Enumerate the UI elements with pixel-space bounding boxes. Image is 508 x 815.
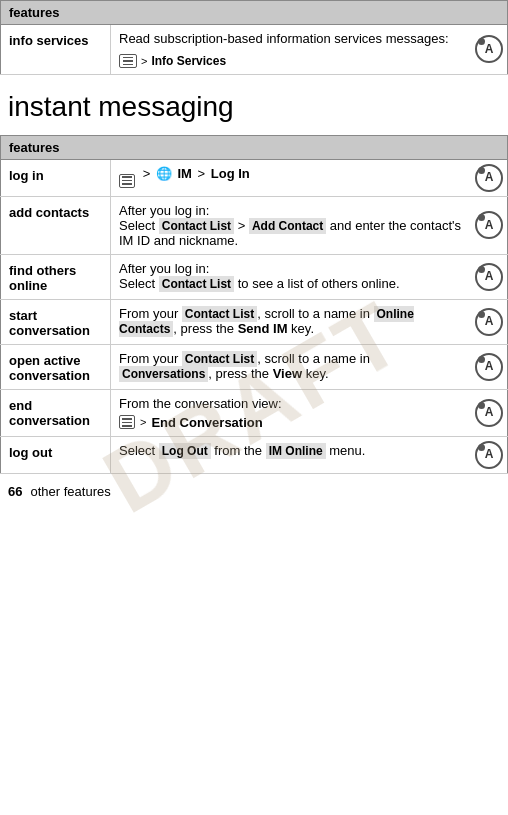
view-highlight: View xyxy=(273,366,302,381)
feature-label-end-conversation: end conversation xyxy=(1,389,111,436)
icon-a-label: A xyxy=(485,313,494,330)
menu-line xyxy=(123,57,133,59)
feature-icon-start-conversation: A xyxy=(475,308,503,336)
nav-arrow-im: > xyxy=(198,166,206,181)
icon-a-label: A xyxy=(485,268,494,285)
contact-list-open-highlight: Contact List xyxy=(182,351,257,367)
feature-icon-open-conversation: A xyxy=(475,353,503,381)
table-row-end-conversation: end conversation From the conversation v… xyxy=(1,389,508,436)
icon-cell-end-conversation: A xyxy=(471,389,508,436)
section-heading-instant-messaging: instant messaging xyxy=(0,75,508,135)
menu-line xyxy=(123,64,133,66)
menu-line xyxy=(122,425,132,427)
conversations-highlight: Conversations xyxy=(119,366,208,382)
nav-label-info-services: Info Services xyxy=(151,54,226,68)
table-row-open-conversation: open active conversation From your Conta… xyxy=(1,344,508,389)
menu-line xyxy=(122,422,132,424)
menu-icon xyxy=(119,54,137,68)
icon-cell-log-out: A xyxy=(471,436,508,473)
icon-a-label: A xyxy=(485,358,494,375)
bottom-features-table: features log in > xyxy=(0,135,508,474)
nav-arrow-end-conv: > xyxy=(140,416,146,428)
top-features-table: features info services Read subscription… xyxy=(0,0,508,75)
end-conversation-nav: > End Conversation xyxy=(119,415,463,430)
bottom-table-header: features xyxy=(1,135,508,159)
feature-desc-start-conversation: From your Contact List, scroll to a name… xyxy=(111,299,472,344)
icon-cell-find-others: A xyxy=(471,254,508,299)
icon-cell-start-conversation: A xyxy=(471,299,508,344)
feature-label-start-conversation: start conversation xyxy=(1,299,111,344)
icon-a-label: A xyxy=(485,169,494,186)
footer-page-number: 66 xyxy=(8,484,22,499)
nav-label-log-in: Log In xyxy=(211,166,250,181)
icon-cell-info-services: A xyxy=(471,25,508,75)
icon-a-label: A xyxy=(485,217,494,234)
desc-line1-add-contacts: After you log in: xyxy=(119,203,209,218)
footer-label: other features xyxy=(30,484,110,499)
table-row-add-contacts: add contacts After you log in: Select Co… xyxy=(1,196,508,254)
send-im-highlight: Send IM xyxy=(238,321,288,336)
nav-arrow-login: > xyxy=(143,166,151,181)
contact-list-start-highlight: Contact List xyxy=(182,306,257,322)
table-row-log-in: log in > 🌐 IM > Log I xyxy=(1,159,508,196)
feature-desc-log-in: > 🌐 IM > Log In xyxy=(111,159,472,196)
menu-icon-end-conv xyxy=(119,415,135,429)
icon-dot xyxy=(478,266,485,273)
icon-a-label: A xyxy=(485,404,494,421)
feature-icon-end-conversation: A xyxy=(475,399,503,427)
contact-list-highlight: Contact List xyxy=(159,218,234,234)
icon-cell-open-conversation: A xyxy=(471,344,508,389)
desc-line2-add-contacts: Select Contact List > Add Contact and en… xyxy=(119,218,461,248)
add-contact-highlight: Add Contact xyxy=(249,218,326,234)
feature-desc-info-services: Read subscription-based information serv… xyxy=(111,25,472,75)
log-out-highlight: Log Out xyxy=(159,443,211,459)
menu-line xyxy=(122,183,132,185)
desc-line2-find-others: Select Contact List to see a list of oth… xyxy=(119,276,400,291)
im-online-highlight: IM Online xyxy=(266,443,326,459)
menu-icon-lines-end-conv xyxy=(122,418,132,427)
feature-desc-open-conversation: From your Contact List, scroll to a name… xyxy=(111,344,472,389)
table-row: info services Read subscription-based in… xyxy=(1,25,508,75)
icon-dot xyxy=(478,311,485,318)
table-row-find-others: find others online After you log in: Sel… xyxy=(1,254,508,299)
feature-desc-find-others: After you log in: Select Contact List to… xyxy=(111,254,472,299)
feature-desc-add-contacts: After you log in: Select Contact List > … xyxy=(111,196,472,254)
end-conversation-label: End Conversation xyxy=(151,415,262,430)
icon-cell-add-contacts: A xyxy=(471,196,508,254)
feature-label-add-contacts: add contacts xyxy=(1,196,111,254)
feature-icon-find-others: A xyxy=(475,263,503,291)
icon-a-label: A xyxy=(485,41,494,58)
feature-desc-log-out: Select Log Out from the IM Online menu. xyxy=(111,436,472,473)
menu-line xyxy=(122,180,132,182)
feature-label-log-in: log in xyxy=(1,159,111,196)
feature-label-info-services: info services xyxy=(1,25,111,75)
nav-arrow: > xyxy=(141,55,147,67)
feature-label-open-conversation: open active conversation xyxy=(1,344,111,389)
menu-icon-lines-login xyxy=(122,176,132,185)
icon-cell-log-in: A xyxy=(471,159,508,196)
nav-label-im: IM xyxy=(177,166,191,181)
bottom-table-wrapper: features log in > xyxy=(0,135,508,474)
top-table-header: features xyxy=(1,1,508,25)
menu-line xyxy=(122,176,132,178)
globe-icon: 🌐 xyxy=(156,166,172,181)
icon-dot xyxy=(478,167,485,174)
menu-icon-lines xyxy=(123,57,133,66)
menu-icon-login xyxy=(119,174,135,188)
feature-icon-add-contacts: A xyxy=(475,211,503,239)
desc-text: Read subscription-based information serv… xyxy=(119,31,449,46)
page-content: features info services Read subscription… xyxy=(0,0,508,507)
contact-list-find-highlight: Contact List xyxy=(159,276,234,292)
feature-label-log-out: log out xyxy=(1,436,111,473)
feature-desc-end-conversation: From the conversation view: > End Conv xyxy=(111,389,472,436)
table-row-log-out: log out Select Log Out from the IM Onlin… xyxy=(1,436,508,473)
feature-icon-log-in: A xyxy=(475,164,503,192)
icon-a-label: A xyxy=(485,446,494,463)
icon-dot xyxy=(478,402,485,409)
top-table-wrapper: features info services Read subscription… xyxy=(0,0,508,75)
table-row-start-conversation: start conversation From your Contact Lis… xyxy=(1,299,508,344)
nav-path-info-services: > Info Services xyxy=(119,54,226,68)
feature-icon-info-services: A xyxy=(475,35,503,63)
menu-line xyxy=(122,418,132,420)
icon-dot xyxy=(478,444,485,451)
